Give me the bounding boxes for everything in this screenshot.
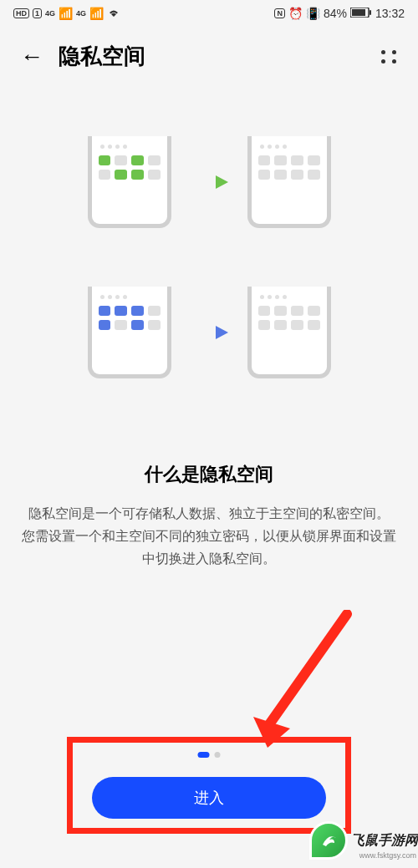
content-text: 什么是隐私空间 隐私空间是一个可存储私人数据、独立于主空间的私密空间。 您需设置… — [0, 462, 418, 571]
watermark-url: www.fsktgsy.com — [359, 851, 416, 860]
annotation-arrow — [247, 610, 355, 752]
battery-icon — [350, 7, 372, 20]
phone-right-blue — [247, 287, 331, 378]
back-icon[interactable]: ← — [20, 43, 43, 70]
phone-row-green — [88, 136, 331, 228]
status-left: HD 1 4G 📶 4G 📶 — [13, 7, 120, 20]
svg-rect-1 — [352, 9, 365, 16]
section-title: 什么是隐私空间 — [20, 462, 398, 487]
phone-left-green — [88, 136, 171, 228]
battery-pct: 84% — [324, 7, 347, 20]
annotation-box — [67, 737, 351, 834]
signal1-icon: 📶 — [59, 7, 73, 20]
signal1-label: 4G — [45, 9, 55, 18]
page-title: 隐私空间 — [59, 42, 366, 71]
watermark: 飞鼠手游网 www.fsktgsy.com — [309, 821, 418, 860]
sim1-icon: 1 — [33, 8, 42, 18]
status-right: N ⏰ 📳 84% 13:32 — [274, 7, 405, 20]
watermark-brand: 飞鼠手游网 — [351, 832, 418, 850]
phone-row-blue — [88, 287, 331, 378]
phone-right-green — [247, 136, 331, 228]
alarm-icon: ⏰ — [288, 7, 303, 20]
arrow-blue-icon — [186, 324, 232, 341]
section-desc-2: 您需设置一个和主空间不同的独立密码，以便从锁屏界面和设置中切换进入隐私空间。 — [20, 525, 398, 570]
phone-left-blue — [88, 287, 171, 378]
illustration — [0, 136, 418, 378]
vibrate-icon: 📳 — [306, 7, 320, 20]
header: ← 隐私空间 — [0, 27, 418, 86]
hd-icon: HD — [13, 8, 29, 18]
status-bar: HD 1 4G 📶 4G 📶 N ⏰ 📳 84% 13:32 — [0, 0, 418, 27]
section-desc-1: 隐私空间是一个可存储私人数据、独立于主空间的私密空间。 — [20, 502, 398, 525]
more-icon[interactable] — [381, 50, 398, 63]
arrow-green-icon — [186, 174, 232, 190]
nfc-icon: N — [274, 8, 285, 18]
watermark-logo-icon — [309, 821, 348, 860]
wifi-icon — [107, 7, 120, 20]
signal2-icon: 📶 — [89, 7, 104, 20]
signal2-label: 4G — [76, 9, 86, 18]
clock-text: 13:32 — [375, 7, 405, 20]
svg-rect-2 — [370, 10, 371, 15]
